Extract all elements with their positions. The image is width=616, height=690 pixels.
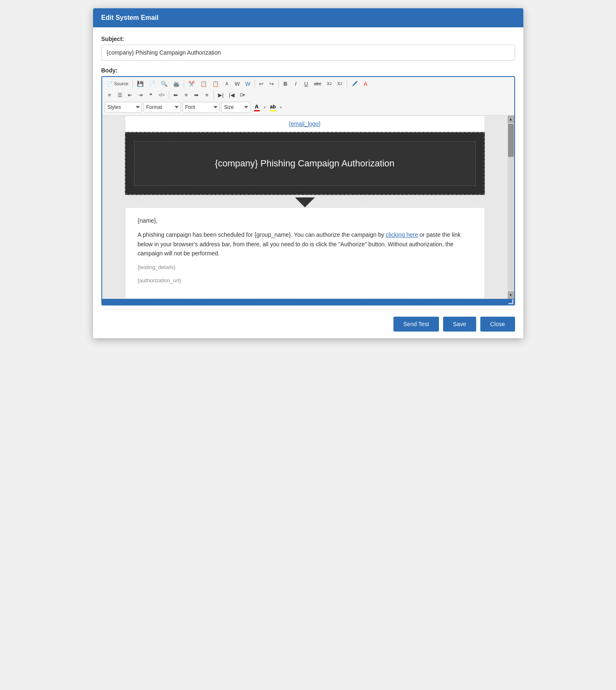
print-btn[interactable]: 🖨️ [170,79,182,89]
insert-btn[interactable]: ▶| [216,90,226,100]
body-paragraph: A phishing campaign has been scheduled f… [138,230,472,258]
scroll-up-arrow[interactable]: ▲ [508,115,514,123]
authorization-url-var: {authorization_url} [138,276,472,285]
modal-body: Subject: Body: 📄 Source 💾 📄 🔍 🖨️ [93,27,523,310]
source-icon: 📄 [107,81,113,87]
send-test-button[interactable]: Send Test [393,317,439,332]
scroll-down-arrow[interactable]: ▼ [508,291,514,299]
paste-btn[interactable]: 📋 [210,79,221,89]
modal-container: Edit System Email Subject: Body: 📄 Sourc… [93,8,523,338]
separator-4 [278,79,279,88]
align-right-btn[interactable]: ➡ [192,90,201,100]
find-btn[interactable]: 🔍 [158,79,170,89]
blockquote-btn[interactable]: ❝ [146,90,156,100]
toolbar-row-2: ≡ ☰ ⇤ ⇥ ❝ </> ⬅ ≡ ➡ ≡ ▶| |◀ Ω▾ [105,90,512,100]
body-editor: 📄 Source 💾 📄 🔍 🖨️ ✂️ 📋 📋 A W W [101,76,515,305]
highlight-color-bar [270,110,276,111]
undo-btn[interactable]: ↩ [256,79,266,89]
testing-details-var: {testing_details} [138,263,472,272]
resize-handle[interactable] [508,299,513,304]
editor-main[interactable]: {email_logo} {company} Phishing Campaign… [102,115,508,299]
source-button[interactable]: 📄 Source [105,79,131,89]
redo-btn[interactable]: ↪ [267,79,277,89]
header-banner[interactable]: {company} Phishing Campaign Authorizatio… [125,132,485,195]
subject-input[interactable] [101,45,515,60]
separator-2 [184,79,184,88]
new-btn[interactable]: 📄 [146,79,158,89]
editor-wrapper: {email_logo} {company} Phishing Campaign… [102,115,514,299]
scroll-thumb[interactable] [508,124,514,157]
underline-button[interactable]: U [301,79,311,89]
banner-title: {company} Phishing Campaign Authorizatio… [215,158,394,168]
font-color-arrow[interactable]: ▾ [264,106,266,109]
email-preview: {email_logo} {company} Phishing Campaign… [102,115,508,299]
italic-button[interactable]: I [291,79,301,89]
subscript-button[interactable]: X2 [324,79,334,89]
special-char-btn[interactable]: Ω▾ [237,90,247,100]
separator-7 [213,91,214,99]
toolbar: 📄 Source 💾 📄 🔍 🖨️ ✂️ 📋 📋 A W W [102,77,514,115]
ordered-list-btn[interactable]: ≡ [105,90,115,100]
outdent-btn[interactable]: ⇤ [125,90,135,100]
editor-bottom-bar [102,299,514,305]
separator-3 [254,79,255,88]
scroll-track[interactable] [508,123,514,291]
align-justify-btn[interactable]: ≡ [202,90,212,100]
cut-btn[interactable]: ✂️ [186,79,197,89]
banner-arrow-container [125,195,485,207]
styles-select[interactable]: Styles [105,102,142,113]
paste-word2-btn[interactable]: W [243,79,253,89]
logo-section: {email_logo} [125,115,485,132]
strikethrough-button[interactable]: abc [312,79,324,89]
toolbar-row-1: 📄 Source 💾 📄 🔍 🖨️ ✂️ 📋 📋 A W W [105,79,512,89]
align-center-btn[interactable]: ≡ [181,90,191,100]
toolbar-row-dropdowns: Styles Format Font Size A ▾ [105,101,512,113]
indent-btn[interactable]: ⇥ [136,90,146,100]
unordered-list-btn[interactable]: ☰ [115,90,125,100]
size-select[interactable]: Size [221,102,250,113]
email-logo-link[interactable]: {email_logo} [289,120,321,127]
highlight-color-arrow[interactable]: ▾ [280,106,282,109]
content-text: {name}, A phishing campaign has been sch… [138,216,472,285]
separator-5 [347,79,347,88]
body-label: Body: [101,67,515,74]
font-color-btn[interactable]: A [252,102,262,113]
save-button[interactable]: Save [443,317,476,332]
modal-header: Edit System Email [93,8,523,27]
align-left-btn[interactable]: ⬅ [171,90,181,100]
scrollbar: ▲ ▼ [508,115,514,299]
div-btn[interactable]: </> [156,90,167,100]
save-btn[interactable]: 💾 [134,79,146,89]
format-select[interactable]: Format [144,102,181,113]
remove-btn[interactable]: |◀ [226,90,237,100]
modal-footer: Send Test Save Close [93,310,523,338]
copy-btn[interactable]: 📋 [198,79,209,89]
separator-1 [132,79,133,88]
superscript-button[interactable]: X2 [335,79,345,89]
eraser-btn[interactable]: 🖊️ [349,79,360,89]
subject-label: Subject: [101,36,515,42]
paste-word-btn[interactable]: W [232,79,242,89]
font-color-bar [254,110,260,111]
highlight-color-btn[interactable]: ab [268,102,278,113]
banner-arrow [295,197,315,207]
greeting-paragraph: {name}, [138,216,472,225]
modal-title: Edit System Email [101,14,159,21]
banner-inner: {company} Phishing Campaign Authorizatio… [134,141,476,186]
content-section[interactable]: {name}, A phishing campaign has been sch… [125,207,485,299]
close-button[interactable]: Close [480,317,515,332]
paste-text-btn[interactable]: A [222,79,232,89]
clicking-here-link[interactable]: clicking here [386,231,418,238]
highlight-btn[interactable]: A [361,79,371,89]
email-inner: {email_logo} {company} Phishing Campaign… [125,115,485,299]
bold-button[interactable]: B [280,79,290,89]
separator-6 [169,91,169,99]
font-select[interactable]: Font [182,102,220,113]
